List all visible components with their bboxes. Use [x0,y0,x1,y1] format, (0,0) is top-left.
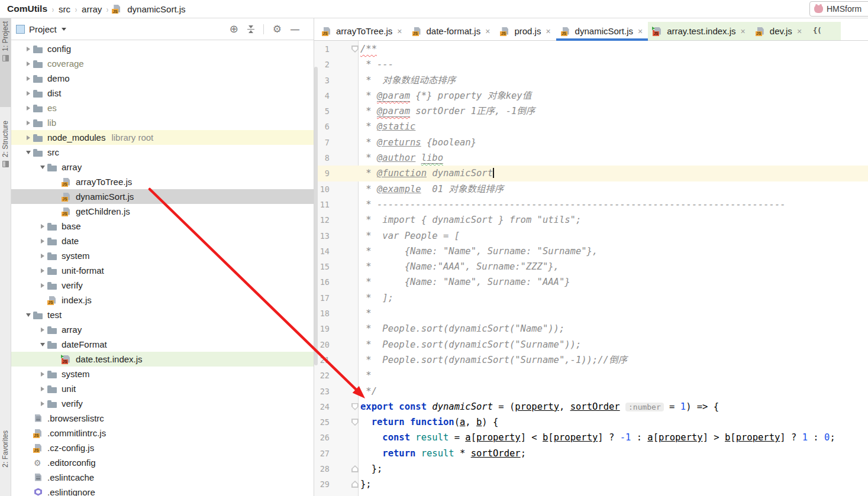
project-tree-scrollbar[interactable] [314,67,318,365]
hide-panel-icon[interactable]: — [291,24,299,34]
tree-item-base[interactable]: base [11,219,314,234]
tree-item-es[interactable]: es [11,101,314,115]
tree-item-commitlintrc-js[interactable]: JS.commitlintrc.js [11,426,314,440]
chevron-collapsed-icon[interactable] [38,283,47,288]
code-line-2[interactable]: 2 * --- [314,57,868,72]
stripe-item-1-project[interactable]: 1: Project [0,18,11,107]
tree-item-system[interactable]: system [11,248,314,263]
breadcrumb-item-dynamicsort-js[interactable]: dynamicSort.js [126,4,186,14]
chevron-collapsed-icon[interactable] [38,372,47,377]
close-tab-icon[interactable]: × [741,27,746,36]
close-tab-icon[interactable]: × [397,27,402,36]
tree-item-cz-config-js[interactable]: JS.cz-config.js [11,440,314,455]
code-line-5[interactable]: 5 * @param sortOrder 1正序, -1倒序 [314,103,868,119]
code-line-9[interactable]: 9 * @function dynamicSort [314,166,868,181]
close-tab-icon[interactable]: × [797,27,802,36]
tree-item-eslintignore[interactable]: .eslintignore [11,485,314,496]
chevron-expanded-icon[interactable] [24,313,33,317]
tree-item-unit[interactable]: unit [11,381,314,396]
breadcrumb-item-array[interactable]: array [80,4,103,14]
code-line-23[interactable]: 23 */ [314,384,868,399]
tab-date-format-js[interactable]: JSdate-format.js× [408,22,496,40]
chevron-expanded-icon[interactable] [24,151,33,154]
chevron-collapsed-icon[interactable] [38,239,47,244]
project-panel-title[interactable]: Project [29,24,57,34]
code-line-21[interactable]: 21 * People.sort(dynamicSort("Surname",-… [314,352,868,368]
code-line-22[interactable]: 22 * [314,368,868,383]
tree-item-verify[interactable]: verify [11,396,314,411]
tree-item-config[interactable]: config [11,41,314,56]
chevron-expanded-icon[interactable] [38,166,47,169]
tree-item-index-js[interactable]: JSindex.js [11,293,314,307]
fold-end-icon[interactable] [351,465,359,472]
chevron-collapsed-icon[interactable] [24,121,33,125]
tree-item-eslintcache[interactable]: .eslintcache [11,470,314,485]
chevron-collapsed-icon[interactable] [38,254,47,258]
tree-item-dist[interactable]: dist [11,86,314,101]
tree-item-lib[interactable]: lib [11,115,314,130]
code-line-10[interactable]: 10 * @example 01 对象数组排序 [314,181,868,197]
chevron-collapsed-icon[interactable] [38,268,47,273]
chevron-down-icon[interactable] [62,28,66,31]
code-line-7[interactable]: 7 * @returns {boolean} [314,135,868,150]
tree-item-browserslistrc[interactable]: .browserslistrc [11,411,314,426]
tree-item-coverage[interactable]: coverage [11,56,314,71]
chevron-collapsed-icon[interactable] [24,76,33,81]
close-tab-icon[interactable]: × [546,27,550,36]
tree-item-dateformat[interactable]: dateFormat [11,337,314,352]
tab-dynamicsort-js[interactable]: JSdynamicSort.js× [556,22,648,40]
code-line-26[interactable]: 26 const result = a[property] < b[proper… [314,430,868,445]
tree-item-test[interactable]: test [11,307,314,322]
close-tab-icon[interactable]: × [638,27,643,36]
code-line-15[interactable]: 15 * {Name:"AAA", Surname:"ZZZ"}, [314,259,868,274]
tree-item-editorconfig[interactable]: ⚙.editorconfig [11,455,314,470]
code-editor[interactable]: 1/**2 * ---3 * 对象数组动态排序4 * @param {*} pr… [314,41,868,496]
tree-item-system[interactable]: system [11,367,314,381]
code-line-6[interactable]: 6 * @static [314,119,868,134]
code-line-27[interactable]: 27 return result * sortOrder; [314,446,868,461]
collapse-all-icon[interactable] [247,25,254,33]
tree-item-date[interactable]: date [11,234,314,248]
code-line-24[interactable]: 24export const dynamicSort = (property, … [314,399,868,414]
tree-item-src[interactable]: src [11,145,314,160]
tree-item-array[interactable]: array [11,322,314,337]
tree-item-dynamicsort-js[interactable]: JSdynamicSort.js [11,189,314,204]
fold-end-icon[interactable] [351,481,359,488]
settings-gear-icon[interactable]: ⚙ [273,24,282,34]
code-line-8[interactable]: 8 * @author libo [314,150,868,166]
tree-item-unit-format[interactable]: unit-format [11,263,314,278]
code-line-19[interactable]: 19 * People.sort(dynamicSort("Name")); [314,321,868,336]
tab-arraytotree-js[interactable]: JSarrayToTree.js× [317,22,408,40]
chevron-collapsed-icon[interactable] [38,387,47,391]
code-line-3[interactable]: 3 * 对象数组动态排序 [314,73,868,88]
tab-prod-js[interactable]: JSprod.js× [495,22,556,40]
code-line-14[interactable]: 14 * {Name: "Name", Surname: "Surname"}, [314,244,868,259]
code-line-1[interactable]: 1/** [314,41,868,57]
code-line-25[interactable]: 25 return function(a, b) { [314,414,868,430]
chevron-collapsed-icon[interactable] [38,224,47,229]
chevron-collapsed-icon[interactable] [24,47,33,51]
stripe-item-2-favorites[interactable]: 2: Favorites [0,427,11,492]
chevron-collapsed-icon[interactable] [38,328,47,332]
fold-open-icon[interactable] [351,46,359,53]
chevron-collapsed-icon[interactable] [38,401,47,406]
tab-array-test-index-js[interactable]: JSarray.test.index.js× [648,22,751,40]
chevron-collapsed-icon[interactable] [24,135,33,140]
code-line-11[interactable]: 11 * -----------------------------------… [314,197,868,212]
code-line-20[interactable]: 20 * People.sort(dynamicSort("Surname"))… [314,337,868,352]
code-line-17[interactable]: 17 * ]; [314,290,868,306]
run-config-button[interactable]: HMSform [809,1,868,17]
chevron-collapsed-icon[interactable] [24,61,33,66]
breadcrumb-item-comutils[interactable]: ComUtils [6,4,49,14]
tab-partial[interactable]: {( [807,22,841,40]
breadcrumb-item-src[interactable]: src [57,4,72,14]
fold-open-icon[interactable] [351,403,359,410]
chevron-collapsed-icon[interactable] [24,106,33,111]
tree-item-verify[interactable]: verify [11,278,314,293]
locate-file-icon[interactable]: ⊕ [230,24,238,34]
chevron-collapsed-icon[interactable] [24,91,33,96]
tree-item-node-modules[interactable]: node_moduleslibrary root [11,130,314,145]
tree-item-array[interactable]: array [11,160,314,174]
stripe-item-2-structure[interactable]: 2: Structure [0,118,11,205]
code-line-16[interactable]: 16 * {Name: "Name", Surname: "AAA"} [314,274,868,290]
